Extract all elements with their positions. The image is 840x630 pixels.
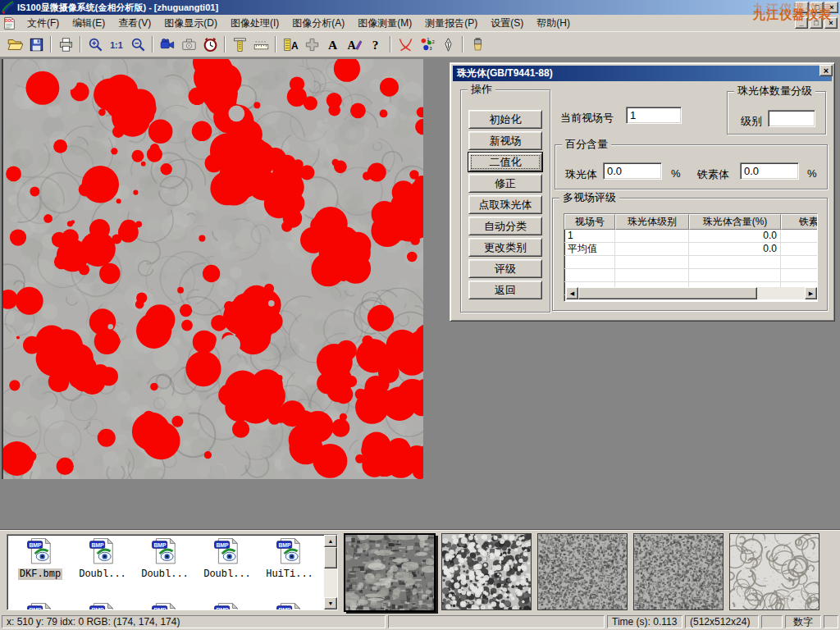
op-button-7[interactable]: 更改类别: [468, 238, 542, 257]
scroll-left-arrow[interactable]: ◀: [566, 287, 578, 299]
text-label-icon[interactable]: A: [322, 34, 344, 55]
thumbnail-3[interactable]: [537, 533, 628, 610]
file-item[interactable]: BMP: [196, 602, 258, 610]
table-header-cell: 视场号: [564, 214, 615, 230]
grade-input[interactable]: [768, 110, 815, 127]
file-label: Doubl...: [202, 568, 253, 580]
menu-item-3[interactable]: 查看(V): [112, 15, 158, 32]
video-camera-icon[interactable]: [157, 34, 178, 55]
text-style-icon[interactable]: A: [344, 34, 365, 55]
operations-group-label: 操作: [468, 84, 495, 95]
bmp-file-icon: BMP: [213, 602, 241, 610]
processing-time: Time (s): 0.113: [607, 615, 682, 628]
menu-item-2[interactable]: 编辑(E): [66, 15, 112, 32]
file-item[interactable]: BMP: [9, 602, 71, 610]
thumbnail-1[interactable]: [344, 533, 436, 612]
snapshot-camera-icon[interactable]: [178, 34, 199, 55]
file-item[interactable]: BMP: [258, 602, 321, 610]
classify-dots-icon[interactable]: 123: [416, 34, 437, 55]
curve-tool-icon[interactable]: [395, 34, 416, 55]
op-button-9[interactable]: 返回: [468, 281, 542, 299]
ferrite-input[interactable]: 0.0: [740, 162, 799, 180]
timer-clock-icon[interactable]: [199, 34, 221, 55]
op-button-3[interactable]: 二值化: [468, 153, 542, 171]
help-icon[interactable]: ?: [365, 34, 386, 55]
open-file-icon[interactable]: [4, 34, 25, 55]
file-item[interactable]: BMPHuiTi...: [258, 537, 321, 580]
table-cell: [615, 243, 689, 255]
vendor-watermark: 九江仪器仪表: [753, 7, 832, 23]
menu-item-1[interactable]: 文件(F): [21, 15, 66, 32]
actual-size-icon[interactable]: 1:1: [106, 34, 127, 55]
print-icon[interactable]: [55, 34, 76, 55]
document-icon[interactable]: DOC: [2, 16, 17, 30]
bmp-file-icon: BMP: [89, 537, 116, 568]
grading-table-body: 10.0平均值0.0: [564, 230, 817, 295]
file-item[interactable]: BMP: [134, 602, 196, 610]
file-item[interactable]: BMPDoubl...: [196, 537, 258, 580]
bmp-file-icon: BMP: [151, 537, 179, 568]
menu-item-7[interactable]: 图像测量(M): [351, 15, 418, 32]
brush-tool-icon[interactable]: [467, 34, 488, 55]
menu-item-9[interactable]: 设置(S): [484, 15, 530, 32]
toolbar-separator: [80, 36, 81, 52]
file-item[interactable]: BMPDKF.bmp: [9, 537, 71, 580]
svg-text:A: A: [347, 39, 356, 52]
save-icon[interactable]: [25, 34, 47, 55]
file-item[interactable]: BMPDoubl...: [134, 537, 196, 580]
menu-item-10[interactable]: 帮助(H): [530, 15, 577, 32]
table-row[interactable]: [564, 256, 817, 269]
op-button-5[interactable]: 点取珠光体: [468, 195, 542, 214]
bmp-file-icon: BMP: [151, 602, 179, 610]
ferrite-percent-sign: %: [807, 167, 817, 180]
grade-label: 级别: [741, 114, 762, 129]
pearlite-input[interactable]: 0.0: [603, 162, 662, 180]
table-cell: 1: [564, 230, 615, 242]
table-row[interactable]: [564, 269, 817, 282]
toolbar-separator: [390, 36, 391, 52]
svg-text:3: 3: [429, 46, 431, 51]
table-cell: 0.0: [689, 230, 781, 242]
pen-tool-icon[interactable]: [437, 34, 459, 55]
dialog-title: 珠光体(GB/T9441-88): [457, 66, 553, 80]
file-item[interactable]: BMPDoubl...: [71, 537, 134, 580]
thumbnail-5[interactable]: [729, 533, 819, 610]
scroll-thumb[interactable]: [578, 287, 757, 299]
thumbnail-4[interactable]: [633, 533, 724, 610]
op-button-8[interactable]: 评级: [468, 259, 542, 278]
op-button-1[interactable]: 初始化: [468, 110, 542, 129]
table-horizontal-scrollbar[interactable]: ◀ ▶: [566, 287, 817, 299]
metallograph-image[interactable]: [2, 59, 423, 479]
scroll-up-arrow[interactable]: ▲: [324, 535, 337, 547]
op-button-6[interactable]: 自动分类: [468, 217, 542, 235]
menu-item-5[interactable]: 图像处理(I): [224, 15, 285, 32]
scroll-right-arrow[interactable]: ▶: [805, 287, 817, 299]
table-row[interactable]: 10.0: [564, 230, 817, 243]
operation-buttons: 初始化新视场二值化修正点取珠光体自动分类更改类别评级返回: [468, 110, 542, 299]
dialog-close-button[interactable]: ×: [819, 65, 833, 76]
zoom-out-icon[interactable]: [127, 34, 148, 55]
menu-item-6[interactable]: 图像分析(A): [285, 15, 351, 32]
caliper-vertical-icon[interactable]: [229, 34, 250, 55]
file-list-scrollbar[interactable]: ▲ ▼: [324, 535, 337, 609]
table-cell: [781, 230, 818, 242]
title-bar[interactable]: IS100显微摄像系统(金相分析版) - [zhuguangti01] _ □ …: [0, 0, 840, 15]
zoom-in-icon[interactable]: [84, 34, 106, 55]
dialog-title-bar[interactable]: 珠光体(GB/T9441-88): [453, 66, 832, 81]
thumbnail-2[interactable]: [441, 533, 532, 610]
op-button-4[interactable]: 修正: [468, 174, 542, 193]
move-cross-icon[interactable]: [301, 34, 322, 55]
scroll-down-arrow[interactable]: ▼: [324, 597, 337, 609]
menu-item-4[interactable]: 图像显示(D): [158, 15, 224, 32]
ruler-horizontal-icon[interactable]: [250, 34, 272, 55]
svg-text:1:1: 1:1: [110, 39, 122, 49]
svg-text:BMP: BMP: [278, 542, 291, 548]
menu-item-8[interactable]: 测量报告(P): [418, 15, 484, 32]
file-item[interactable]: BMP: [71, 602, 134, 610]
caliper-annotate-icon[interactable]: A: [280, 34, 301, 55]
current-view-input[interactable]: 1: [626, 107, 682, 124]
cursor-position: x: 510 y: 79 idx: 0 RGB: (174, 174, 174): [2, 615, 386, 628]
op-button-2[interactable]: 新视场: [468, 131, 542, 150]
scroll-thumb[interactable]: [324, 547, 337, 568]
table-row[interactable]: 平均值0.0: [564, 243, 817, 256]
